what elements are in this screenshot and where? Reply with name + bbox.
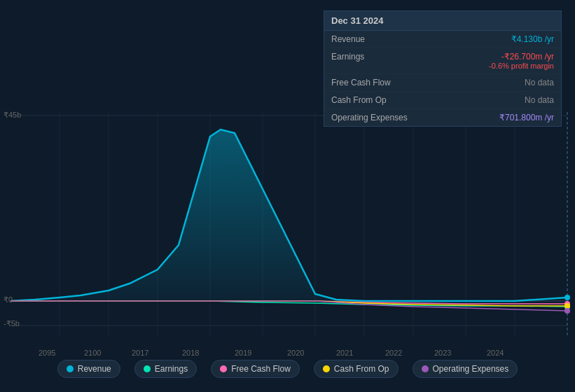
tooltip-row-earnings: Earnings -₹26.700m /yr -0.6% profit marg… xyxy=(324,48,561,74)
legend-dot-revenue xyxy=(67,365,74,372)
legend-label-revenue: Revenue xyxy=(78,364,111,374)
x-label-2022: 2022 xyxy=(385,349,402,357)
legend-dot-fcf xyxy=(220,365,227,372)
tooltip-row-opex: Operating Expenses ₹701.800m /yr xyxy=(324,109,561,126)
legend-dot-cashfromop xyxy=(323,365,330,372)
x-label-2023: 2023 xyxy=(434,349,451,357)
x-label-2020: 2020 xyxy=(287,349,304,357)
svg-point-19 xyxy=(564,308,570,314)
legend-item-revenue[interactable]: Revenue xyxy=(57,360,120,378)
tooltip-label-revenue: Revenue xyxy=(331,34,415,44)
legend-item-cashfromop[interactable]: Cash From Op xyxy=(314,360,399,378)
tooltip-value-fcf: No data xyxy=(525,78,554,88)
legend-label-opex: Operating Expenses xyxy=(433,364,509,374)
legend-item-opex[interactable]: Operating Expenses xyxy=(413,360,518,378)
legend-dot-opex xyxy=(422,365,429,372)
y-axis-top: ₹45b xyxy=(4,111,21,120)
tooltip-label-opex: Operating Expenses xyxy=(331,113,415,122)
x-label-2024: 2024 xyxy=(487,349,504,357)
svg-point-18 xyxy=(564,303,570,309)
x-label-2100: 2100 xyxy=(84,349,101,357)
svg-point-15 xyxy=(564,295,570,300)
tooltip-label-earnings: Earnings xyxy=(331,52,415,70)
tooltip-row-cashfromop: Cash From Op No data xyxy=(324,92,561,109)
x-label-2017: 2017 xyxy=(132,349,148,357)
chart-container: ₹45b ₹0 -₹5b 2095 2100 2017 2018 2019 20… xyxy=(0,0,575,392)
x-label-2019: 2019 xyxy=(235,349,251,357)
legend-dot-earnings xyxy=(144,365,151,372)
legend: Revenue Earnings Free Cash Flow Cash Fro… xyxy=(0,360,575,378)
tooltip-label-fcf: Free Cash Flow xyxy=(331,78,415,88)
tooltip-value-earnings-margin: -0.6% profit margin xyxy=(489,62,554,70)
y-axis-mid: ₹0 xyxy=(4,295,13,304)
x-label-2018: 2018 xyxy=(182,349,199,357)
tooltip-date: Dec 31 2024 xyxy=(324,11,561,31)
tooltip-box: Dec 31 2024 Revenue ₹4.130b /yr Earnings… xyxy=(324,10,562,127)
tooltip-label-cashfromop: Cash From Op xyxy=(331,95,415,105)
tooltip-row-revenue: Revenue ₹4.130b /yr xyxy=(324,31,561,48)
tooltip-value-cashfromop: No data xyxy=(525,95,554,105)
y-axis-bottom: -₹5b xyxy=(4,319,20,328)
legend-label-earnings: Earnings xyxy=(155,364,188,374)
legend-label-fcf: Free Cash Flow xyxy=(231,364,291,374)
legend-label-cashfromop: Cash From Op xyxy=(334,364,389,374)
tooltip-value-revenue: ₹4.130b /yr xyxy=(511,34,554,44)
legend-item-fcf[interactable]: Free Cash Flow xyxy=(211,360,300,378)
tooltip-value-opex: ₹701.800m /yr xyxy=(499,113,554,122)
legend-item-earnings[interactable]: Earnings xyxy=(134,360,197,378)
tooltip-value-earnings: -₹26.700m /yr xyxy=(489,52,554,62)
x-label-2021: 2021 xyxy=(336,349,353,357)
x-label-2095: 2095 xyxy=(39,349,55,357)
tooltip-row-fcf: Free Cash Flow No data xyxy=(324,74,561,92)
